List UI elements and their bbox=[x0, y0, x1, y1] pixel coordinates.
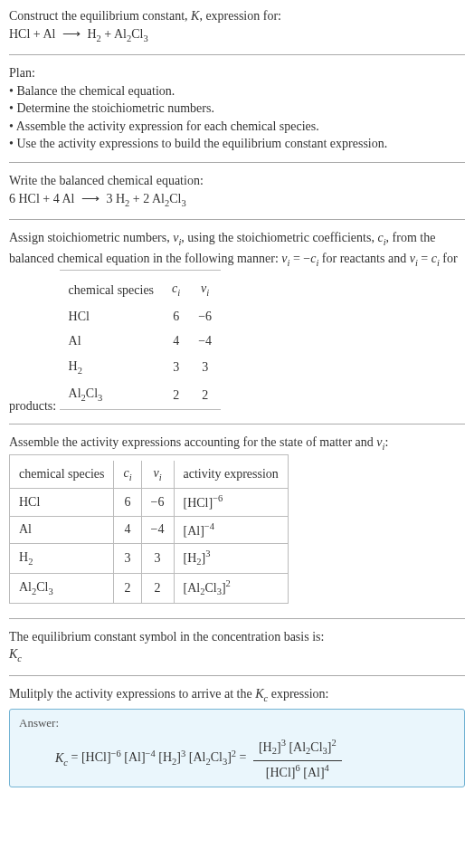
intro-text-1b: , expression for: bbox=[199, 9, 281, 23]
col-species: chemical species bbox=[60, 276, 163, 303]
ci-cell: 2 bbox=[163, 381, 189, 408]
answer-box: Answer: Kc = [HCl]−6 [Al]−4 [H2]3 [Al2Cl… bbox=[9, 709, 465, 787]
ci-cell: 4 bbox=[114, 516, 141, 543]
species-cell: H2 bbox=[10, 543, 114, 573]
numerator: [H2]3 [Al2Cl3]2 bbox=[253, 737, 342, 760]
col-species: chemical species bbox=[10, 461, 114, 489]
col-activity: activity expression bbox=[174, 461, 288, 489]
activity-block: Assemble the activity expressions accoun… bbox=[9, 434, 465, 608]
answer-label: Answer: bbox=[19, 715, 455, 731]
vi-cell: 2 bbox=[189, 381, 221, 408]
activity-header-a: Assemble the activity expressions accoun… bbox=[9, 435, 376, 449]
vi-cell: −6 bbox=[141, 489, 174, 516]
multiply-text-a: Mulitply the activity expressions to arr… bbox=[9, 687, 255, 701]
table-row: Al2Cl3 2 2 bbox=[60, 381, 222, 408]
table-header-row: chemical species ci νi bbox=[60, 276, 222, 303]
ci-cell: 6 bbox=[163, 304, 189, 329]
plan-bullet-4: • Use the activity expressions to build … bbox=[9, 135, 465, 153]
ci-cell: 4 bbox=[163, 329, 189, 354]
species-cell: H2 bbox=[60, 354, 163, 381]
reaction-arrow-icon: ⟶ bbox=[81, 190, 100, 208]
ci-cell: 6 bbox=[114, 489, 141, 516]
denominator: [HCl]6 [Al]4 bbox=[253, 761, 342, 781]
intro-text-1: Construct the equilibrium constant, bbox=[9, 9, 191, 23]
divider bbox=[9, 162, 465, 163]
divider bbox=[9, 54, 465, 55]
balanced-lhs: 6 HCl + 4 Al bbox=[9, 192, 74, 205]
stoich-table: chemical species ci νi HCl 6 −6 Al 4 −4 … bbox=[60, 276, 222, 409]
stoich-table-wrap: chemical species ci νi HCl 6 −6 Al 4 −4 … bbox=[60, 270, 222, 410]
eqconst-block: The equilibrium constant symbol in the c… bbox=[9, 628, 465, 666]
divider bbox=[9, 424, 465, 424]
plan-bullet-1: • Balance the chemical equation. bbox=[9, 82, 465, 100]
multiply-block: Mulitply the activity expressions to arr… bbox=[9, 685, 465, 787]
kc-symbol: Kc bbox=[9, 647, 22, 661]
species-cell: Al bbox=[10, 516, 114, 543]
table-row: H2 3 3 bbox=[60, 354, 222, 381]
answer-equation: Kc = [HCl]−6 [Al]−4 [H2]3 [Al2Cl3]2 = [H… bbox=[19, 737, 455, 780]
ci-cell: 2 bbox=[114, 573, 141, 603]
unbalanced-rhs: H2 + Al2Cl3 bbox=[87, 27, 147, 41]
activity-table-wrap: chemical species ci νi activity expressi… bbox=[9, 454, 289, 604]
fraction: [H2]3 [Al2Cl3]2[HCl]6 [Al]4 bbox=[253, 737, 342, 780]
activity-cell: [Al]−4 bbox=[174, 516, 288, 543]
unbalanced-lhs: HCl + Al bbox=[9, 27, 55, 41]
table-header-row: chemical species ci νi activity expressi… bbox=[10, 461, 288, 489]
vi-cell: 3 bbox=[141, 543, 174, 573]
reaction-arrow-icon: ⟶ bbox=[62, 25, 81, 43]
ci-cell: 3 bbox=[114, 543, 141, 573]
stoich-block: Assign stoichiometric numbers, νi, using… bbox=[9, 229, 465, 415]
activity-cell: [HCl]−6 bbox=[174, 489, 288, 516]
table-row: Al2Cl3 2 2 [Al2Cl3]2 bbox=[10, 573, 288, 603]
table-row: Al 4 −4 [Al]−4 bbox=[10, 516, 288, 543]
plan-bullet-3: • Assemble the activity expression for e… bbox=[9, 118, 465, 136]
species-cell: Al2Cl3 bbox=[10, 573, 114, 603]
vi-cell: −6 bbox=[189, 304, 221, 329]
activity-cell: [H2]3 bbox=[174, 543, 288, 573]
species-cell: HCl bbox=[60, 304, 163, 329]
vi-cell: 3 bbox=[189, 354, 221, 381]
K-symbol: K bbox=[191, 9, 199, 23]
stoich-text: Assign stoichiometric numbers, bbox=[9, 231, 173, 244]
species-cell: Al2Cl3 bbox=[60, 381, 163, 408]
table-row: HCl 6 −6 bbox=[60, 304, 222, 329]
vi-cell: −4 bbox=[189, 329, 221, 354]
col-ci: ci bbox=[114, 461, 141, 489]
intro-block: Construct the equilibrium constant, K, e… bbox=[9, 7, 465, 45]
activity-table: chemical species ci νi activity expressi… bbox=[10, 461, 288, 603]
plan-header: Plan: bbox=[9, 64, 465, 82]
plan-bullet-2: • Determine the stoichiometric numbers. bbox=[9, 100, 465, 118]
divider bbox=[9, 618, 465, 619]
balanced-block: Write the balanced chemical equation: 6 … bbox=[9, 172, 465, 210]
table-row: HCl 6 −6 [HCl]−6 bbox=[10, 489, 288, 516]
ci-cell: 3 bbox=[163, 354, 189, 381]
species-cell: HCl bbox=[10, 489, 114, 516]
eqconst-text: The equilibrium constant symbol in the c… bbox=[9, 628, 465, 646]
species-cell: Al bbox=[60, 329, 163, 354]
table-row: H2 3 3 [H2]3 bbox=[10, 543, 288, 573]
col-ci: ci bbox=[163, 276, 189, 303]
balanced-header: Write the balanced chemical equation: bbox=[9, 172, 465, 190]
divider bbox=[9, 675, 465, 676]
col-vi: νi bbox=[141, 461, 174, 489]
divider bbox=[9, 219, 465, 220]
vi-cell: −4 bbox=[141, 516, 174, 543]
plan-block: Plan: • Balance the chemical equation. •… bbox=[9, 64, 465, 153]
activity-cell: [Al2Cl3]2 bbox=[174, 573, 288, 603]
vi-cell: 2 bbox=[141, 573, 174, 603]
balanced-rhs: 3 H2 + 2 Al2Cl3 bbox=[106, 192, 185, 205]
col-vi: νi bbox=[189, 276, 221, 303]
table-row: Al 4 −4 bbox=[60, 329, 222, 354]
